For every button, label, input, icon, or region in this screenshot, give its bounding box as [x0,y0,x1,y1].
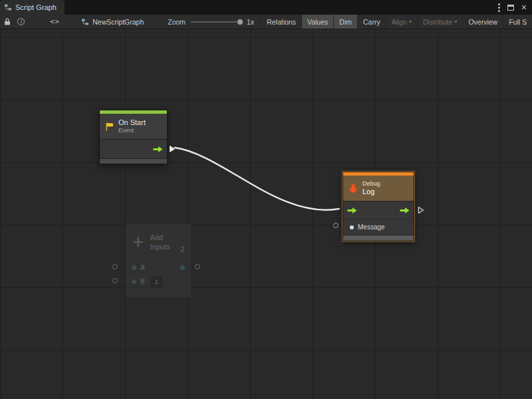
port-row-a: A [126,261,191,275]
fullscreen-button[interactable]: Full S [503,15,532,29]
message-row: Message [343,219,414,235]
menu-kebab-icon[interactable] [498,3,500,12]
on-start-output-trigger-port[interactable] [169,144,176,152]
debug-ports: Message [343,201,414,235]
info-glyph: i [17,18,25,25]
close-icon[interactable]: × [521,3,527,12]
output-port-dot[interactable] [180,265,185,270]
window-titlebar: Script Graph × [0,0,532,15]
node-debug-log[interactable]: Debug Log [342,172,414,241]
add-title-line2: Inputs [150,242,170,251]
flag-icon [104,122,114,132]
graph-canvas[interactable]: On Start Event [0,29,532,399]
debug-title: Log [362,188,380,196]
add-ghost-header: + Add Inputs 2 [126,223,191,261]
lock-icon[interactable] [4,18,11,25]
script-graph-icon [4,3,12,11]
debug-output-trigger-port[interactable] [418,205,424,213]
on-start-header: On Start Event [100,114,167,139]
ghost-footer-space [126,289,191,297]
zoom-label: Zoom [168,18,186,26]
code-icon[interactable]: <> [50,17,60,26]
node-footer [343,235,414,241]
on-start-subtitle: Event [118,127,146,134]
add-input-count[interactable]: 2 [180,246,184,261]
chevron-down-icon: ▾ [454,19,457,25]
port-a-dot[interactable] [132,265,136,270]
graph-name-label: NewScriptGraph [92,18,144,26]
port-b-label: B [140,278,145,285]
values-button[interactable]: Values [301,15,333,29]
chevron-down-icon: ▾ [409,19,412,25]
node-on-start[interactable]: On Start Event [99,110,168,164]
connection-wire[interactable] [175,148,339,210]
script-graph-window: Script Graph × i <> [0,0,532,399]
trigger-row [343,201,414,219]
distribute-button[interactable]: Distribute ▾ [417,15,462,29]
plus-icon: + [132,233,144,251]
dim-button[interactable]: Dim [333,15,357,29]
info-icon[interactable]: i [17,18,25,25]
port-row-b: B 1 [126,275,191,289]
message-port-dot[interactable] [350,225,354,229]
zoom-slider[interactable] [191,21,242,23]
ghost-port-a-circle[interactable] [112,264,118,269]
maximize-icon[interactable] [507,5,514,11]
toolbar-button-group: Relations Values Dim Carry Align ▾ Distr… [261,15,532,29]
node-footer [100,158,167,164]
zoom-slider-knob[interactable] [237,19,243,25]
ghost-port-b-circle[interactable] [112,278,118,283]
zoom-value: 1x [247,18,254,26]
graph-name-button[interactable]: NewScriptGraph [81,18,144,26]
message-input-port-circle[interactable] [333,223,338,228]
flow-arrow-out-icon[interactable] [400,207,410,214]
distribute-label: Distribute [423,18,452,26]
port-b-dot[interactable] [132,279,136,284]
relations-button[interactable]: Relations [261,15,301,29]
toolbar: i <> NewScriptGraph Zoom 1x Relations Va… [0,15,532,29]
bug-icon [348,183,358,194]
trigger-row [100,140,167,158]
flow-arrow-out-icon[interactable] [153,146,163,153]
debug-log-header: Debug Log [343,176,414,201]
message-port-label: Message [358,223,385,231]
overview-button[interactable]: Overview [462,15,503,29]
node-add-ghost[interactable]: + Add Inputs 2 A B 1 [125,223,192,298]
on-start-title: On Start [118,118,146,127]
carry-button[interactable]: Carry [357,15,386,29]
graph-asset-icon [81,18,89,26]
wire-layer [0,29,532,399]
add-title-line1: Add [150,233,170,242]
align-label: Align [392,18,407,26]
tab-title: Script Graph [15,3,57,11]
flow-arrow-in-icon[interactable] [347,207,357,214]
on-start-ports [100,139,167,158]
ghost-output-circle[interactable] [195,264,200,269]
tab-script-graph[interactable]: Script Graph [0,0,65,15]
port-a-label: A [140,264,145,271]
window-controls: × [498,3,532,12]
align-button[interactable]: Align ▾ [386,15,417,29]
debug-category: Debug [362,180,380,188]
port-b-value[interactable]: 1 [151,277,162,287]
